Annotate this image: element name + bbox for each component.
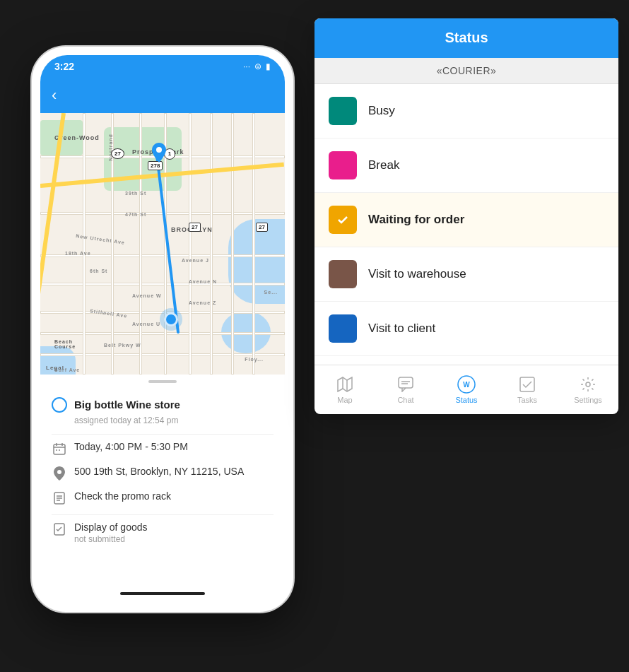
schedule-row: Today, 4:00 PM - 5:30 PM bbox=[52, 440, 274, 456]
task-status: not submitted bbox=[74, 534, 148, 544]
waiting-check-svg bbox=[336, 213, 349, 226]
status-item-client[interactable]: Visit to client bbox=[314, 302, 618, 356]
current-location-pin bbox=[164, 312, 178, 326]
svg-point-6 bbox=[56, 449, 57, 451]
info-panel: Big bottle Wine store assigned today at … bbox=[40, 389, 285, 584]
note-row: Check the promo rack bbox=[52, 490, 274, 506]
order-subtitle: assigned today at 12:54 pm bbox=[74, 415, 274, 425]
map-nav-label: Map bbox=[337, 396, 352, 404]
status-list: Busy Break Waiting for order Visit to wa… bbox=[314, 84, 618, 365]
schedule-text: Today, 4:00 PM - 5:30 PM bbox=[74, 440, 188, 454]
client-label: Visit to client bbox=[368, 322, 435, 336]
tasks-nav-label: Tasks bbox=[517, 396, 537, 404]
chat-nav-label: Chat bbox=[397, 396, 413, 404]
task-row: Display of goods not submitted bbox=[52, 521, 274, 545]
badge-27-3: 27 bbox=[256, 223, 268, 232]
svg-marker-13 bbox=[338, 377, 352, 391]
svg-point-22 bbox=[586, 382, 590, 387]
status-item-waiting[interactable]: Waiting for order bbox=[314, 193, 618, 247]
waiting-color-box bbox=[329, 206, 357, 234]
status-icons: ··· ⊜ ▮ bbox=[243, 61, 271, 71]
map-container: Prospect Park Green-Wood BROOKLYN Nostra… bbox=[40, 113, 285, 375]
svg-line-0 bbox=[157, 155, 178, 332]
nav-item-map[interactable]: Map bbox=[314, 370, 375, 410]
task-title: Display of goods bbox=[74, 521, 148, 535]
app-header: ‹ bbox=[40, 78, 285, 113]
svg-rect-21 bbox=[520, 377, 534, 391]
status-bar: 3:22 ··· ⊜ ▮ bbox=[40, 55, 285, 78]
chat-nav-icon bbox=[396, 375, 415, 394]
status-panel-header: Status bbox=[314, 18, 618, 58]
home-indicator bbox=[40, 584, 285, 603]
warehouse-color-box bbox=[329, 260, 357, 288]
map-area: Prospect Park Green-Wood BROOKLYN Nostra… bbox=[40, 113, 285, 375]
drag-bar bbox=[148, 380, 177, 383]
status-nav-label: Status bbox=[455, 396, 477, 404]
wifi-icon: ⊜ bbox=[254, 61, 261, 71]
status-panel-title: Status bbox=[445, 30, 488, 46]
svg-text:W: W bbox=[463, 381, 470, 389]
break-label: Break bbox=[368, 158, 399, 172]
scene: 3:22 ··· ⊜ ▮ ‹ bbox=[11, 18, 618, 654]
calendar-icon bbox=[52, 441, 67, 456]
settings-nav-icon bbox=[579, 375, 597, 394]
status-item-busy[interactable]: Busy bbox=[314, 84, 618, 138]
address-row: 500 19th St, Brooklyn, NY 11215, USA bbox=[52, 465, 274, 481]
task-details: Display of goods not submitted bbox=[74, 521, 148, 545]
battery-icon: ▮ bbox=[266, 61, 271, 71]
svg-point-1 bbox=[156, 147, 162, 153]
divider-1 bbox=[52, 434, 274, 435]
nav-item-settings[interactable]: Settings bbox=[558, 370, 618, 410]
status-time: 3:22 bbox=[54, 61, 74, 72]
address-text: 500 19th St, Brooklyn, NY 11215, USA bbox=[74, 465, 244, 479]
waiting-label: Waiting for order bbox=[368, 213, 464, 227]
badge-27-2: 27 bbox=[189, 223, 201, 232]
note-icon bbox=[52, 490, 67, 506]
courier-label: «COURIER» bbox=[314, 58, 618, 84]
map-nav-icon bbox=[336, 375, 354, 394]
settings-nav-label: Settings bbox=[574, 396, 602, 404]
divider-2 bbox=[52, 514, 274, 515]
svg-rect-16 bbox=[399, 377, 413, 388]
home-bar bbox=[120, 592, 205, 595]
phone-device: 3:22 ··· ⊜ ▮ ‹ bbox=[32, 47, 293, 612]
order-circle-icon bbox=[52, 397, 67, 413]
nav-item-status[interactable]: W Status bbox=[436, 370, 497, 410]
badge-27: 27 bbox=[111, 148, 124, 159]
task-icon bbox=[52, 521, 67, 537]
destination-pin bbox=[152, 143, 166, 165]
order-title-row: Big bottle Wine store bbox=[52, 397, 274, 413]
status-panel: Status «COURIER» Busy Break Waiting for … bbox=[314, 18, 618, 414]
location-icon bbox=[52, 466, 67, 481]
warehouse-label: Visit to warehouse bbox=[368, 267, 466, 281]
back-button[interactable]: ‹ bbox=[52, 86, 57, 105]
status-nav-icon: W bbox=[457, 375, 476, 394]
break-color-box bbox=[329, 151, 357, 179]
busy-label: Busy bbox=[368, 104, 395, 118]
nav-item-chat[interactable]: Chat bbox=[375, 370, 436, 410]
svg-point-7 bbox=[59, 449, 60, 451]
busy-color-box bbox=[329, 97, 357, 125]
client-color-box bbox=[329, 314, 357, 343]
nav-item-tasks[interactable]: Tasks bbox=[497, 370, 558, 410]
signal-dots: ··· bbox=[243, 61, 250, 71]
bottom-nav: Map Chat W bbox=[314, 365, 618, 414]
order-title: Big bottle Wine store bbox=[74, 399, 180, 411]
drag-handle bbox=[40, 375, 285, 389]
phone-screen: 3:22 ··· ⊜ ▮ ‹ bbox=[40, 55, 285, 603]
note-text: Check the promo rack bbox=[74, 490, 171, 504]
tasks-nav-icon bbox=[518, 375, 536, 394]
status-item-warehouse[interactable]: Visit to warehouse bbox=[314, 247, 618, 302]
status-item-break[interactable]: Break bbox=[314, 138, 618, 193]
